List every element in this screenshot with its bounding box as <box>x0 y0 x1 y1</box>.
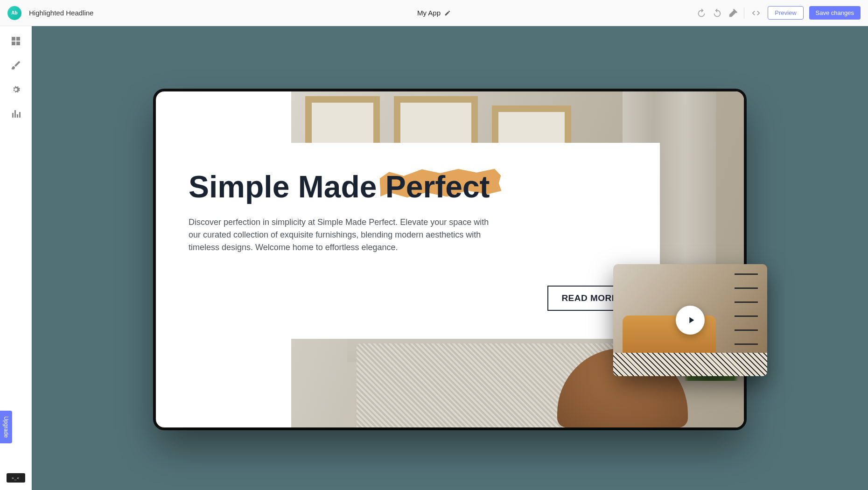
upgrade-button[interactable]: Upgrade <box>0 411 12 443</box>
save-button[interactable]: Save changes <box>809 6 861 20</box>
undo-icon[interactable] <box>696 8 707 18</box>
project-name: Highlighted Headline <box>29 9 93 17</box>
divider <box>744 7 744 19</box>
brush-icon[interactable] <box>10 60 21 71</box>
pencil-icon[interactable] <box>444 10 451 16</box>
app-name: My App <box>417 9 441 17</box>
sidebar: Upgrade >_< <box>0 26 32 490</box>
hero-content-card: Simple Made Perfect Discover perfection … <box>165 143 660 339</box>
redo-icon[interactable] <box>712 8 722 18</box>
headline-highlight: Perfect <box>385 171 490 203</box>
headline-text: Simple Made <box>189 169 385 204</box>
chart-icon[interactable] <box>10 108 21 119</box>
hero-description: Discover perfection in simplicity at Sim… <box>189 216 497 254</box>
canvas: Simple Made Perfect Discover perfection … <box>32 26 868 490</box>
video-thumbnail[interactable] <box>613 264 767 376</box>
play-icon <box>686 315 696 325</box>
gear-icon[interactable] <box>10 84 21 95</box>
app-name-group: My App <box>417 9 451 17</box>
preview-button[interactable]: Preview <box>768 6 803 20</box>
hammer-icon[interactable] <box>728 8 738 18</box>
topbar-actions: Preview Save changes <box>696 6 861 20</box>
grid-icon[interactable] <box>10 35 21 47</box>
logo-icon[interactable]: Ab <box>7 6 21 20</box>
device-frame: Simple Made Perfect Discover perfection … <box>156 91 744 427</box>
play-button[interactable] <box>676 306 705 335</box>
hero-headline: Simple Made Perfect <box>189 171 490 203</box>
code-icon[interactable] <box>750 8 762 18</box>
topbar: Ab Highlighted Headline My App Preview S… <box>0 0 868 26</box>
console-widget[interactable]: >_< <box>7 473 25 483</box>
